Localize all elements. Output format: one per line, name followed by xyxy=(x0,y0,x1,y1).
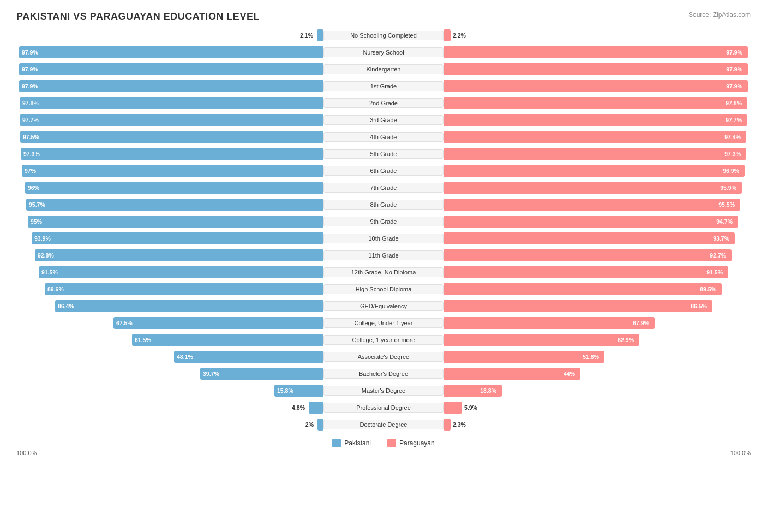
bar-row: 96%7th Grade95.9% xyxy=(16,180,751,195)
bar-left: 95.7% xyxy=(26,199,323,211)
bar-right: 62.9% xyxy=(444,334,639,346)
value-right: 92.7% xyxy=(710,252,729,259)
value-left: 86.4% xyxy=(55,303,74,309)
bar-right: 97.9% xyxy=(444,46,748,58)
bar-label: 7th Grade xyxy=(323,183,444,193)
value-left-outside: 4.8% xyxy=(292,404,307,411)
bar-row: 61.5%College, 1 year or more62.9% xyxy=(16,332,751,348)
chart-area: 2.1%No Schooling Completed2.2%97.9%Nurse… xyxy=(16,28,751,432)
bar-left: 93.9% xyxy=(32,232,323,244)
value-right: 97.9% xyxy=(726,66,745,73)
value-right: 94.7% xyxy=(716,218,735,225)
bar-right: 51.8% xyxy=(444,351,604,363)
value-right: 44% xyxy=(564,370,578,377)
bar-right: 67.9% xyxy=(444,317,655,329)
legend-box-paraguayan xyxy=(387,439,396,447)
bar-left: 97.9% xyxy=(19,46,323,58)
value-right: 95.9% xyxy=(720,184,739,191)
bar-row: 2%Doctorate Degree2.3% xyxy=(16,417,751,432)
bar-left: 48.1% xyxy=(174,351,323,363)
bar-right: 97.7% xyxy=(444,114,747,126)
bar-label: 12th Grade, No Diploma xyxy=(323,267,444,277)
bar-label: 11th Grade xyxy=(323,250,444,260)
bar-label: Bachelor's Degree xyxy=(323,369,444,379)
bar-label: College, 1 year or more xyxy=(323,335,444,345)
value-left: 61.5% xyxy=(132,337,151,343)
value-left: 67.5% xyxy=(113,320,133,326)
bar-row: 97%6th Grade96.9% xyxy=(16,163,751,178)
value-right: 67.9% xyxy=(633,320,652,326)
bar-label: 10th Grade xyxy=(323,234,444,243)
bar-label: High School Diploma xyxy=(323,284,444,294)
bar-label: 5th Grade xyxy=(323,149,444,159)
bar-label: 3rd Grade xyxy=(323,115,444,125)
bar-left: 97% xyxy=(22,165,323,177)
value-left: 39.7% xyxy=(200,370,219,377)
bar-right: 96.9% xyxy=(444,165,745,177)
bar-row: 67.5%College, Under 1 year67.9% xyxy=(16,315,751,331)
bar-label: GED/Equivalency xyxy=(323,301,444,311)
bar-left: 97.9% xyxy=(19,63,323,75)
bar-right: 92.7% xyxy=(444,249,732,261)
bar-row: 97.7%3rd Grade97.7% xyxy=(16,112,751,128)
value-left: 97.5% xyxy=(20,134,39,140)
value-left: 97.7% xyxy=(20,117,39,123)
value-left: 15.8% xyxy=(274,387,293,394)
bar-right: 18.8% xyxy=(444,385,502,397)
value-right: 97.8% xyxy=(726,100,745,106)
bottom-labels: 100.0% 100.0% xyxy=(16,450,751,456)
bar-label: Doctorate Degree xyxy=(323,420,444,429)
bar-left: 61.5% xyxy=(132,334,323,346)
bar-left: 97.5% xyxy=(20,131,323,143)
bar-right: 97.9% xyxy=(444,63,748,75)
value-right: 97.7% xyxy=(726,117,745,123)
bar-left: 86.4% xyxy=(55,300,323,312)
value-left-outside: 2% xyxy=(305,421,315,428)
bar-right: 97.8% xyxy=(444,97,747,109)
bar-label: 1st Grade xyxy=(323,81,444,91)
bar-row: 93.9%10th Grade93.7% xyxy=(16,231,751,246)
value-left: 97.9% xyxy=(19,83,38,89)
value-right: 97.9% xyxy=(726,83,745,89)
value-right: 89.5% xyxy=(700,286,719,292)
value-left: 96% xyxy=(25,184,39,191)
value-left: 48.1% xyxy=(174,354,193,360)
bar-row: 97.5%4th Grade97.4% xyxy=(16,129,751,145)
bar-row: 95.7%8th Grade95.5% xyxy=(16,197,751,212)
bar-right: 44% xyxy=(444,368,580,380)
bar-row: 4.8%Professional Degree5.9% xyxy=(16,400,751,415)
value-right: 97.3% xyxy=(724,151,744,157)
bar-right: 86.5% xyxy=(444,300,712,312)
legend-box-pakistani xyxy=(332,439,341,447)
value-right-outside: 2.2% xyxy=(453,32,466,39)
bar-left: 97.9% xyxy=(19,80,323,92)
bar-row: 89.6%High School Diploma89.5% xyxy=(16,282,751,297)
value-right: 97.9% xyxy=(726,49,745,56)
bar-row: 95%9th Grade94.7% xyxy=(16,214,751,229)
value-left: 92.8% xyxy=(35,252,54,259)
bar-row: 91.5%12th Grade, No Diploma91.5% xyxy=(16,265,751,280)
value-left: 97.3% xyxy=(21,151,40,157)
bar-right xyxy=(444,419,451,431)
value-right-outside: 2.3% xyxy=(453,421,466,428)
value-right: 62.9% xyxy=(618,337,637,343)
bar-left xyxy=(309,402,323,414)
bar-right: 97.9% xyxy=(444,80,748,92)
bar-right: 93.7% xyxy=(444,232,735,244)
value-left: 97.8% xyxy=(20,100,39,106)
value-left: 97% xyxy=(22,168,36,174)
bar-right: 89.5% xyxy=(444,283,722,295)
bar-row: 97.3%5th Grade97.3% xyxy=(16,146,751,162)
value-right: 91.5% xyxy=(706,269,726,276)
value-right: 96.9% xyxy=(723,168,742,174)
bar-left: 97.8% xyxy=(20,97,323,109)
value-right: 51.8% xyxy=(583,354,602,360)
bar-row: 97.9%Nursery School97.9% xyxy=(16,45,751,60)
bar-left: 95% xyxy=(28,216,323,228)
value-right-outside: 5.9% xyxy=(464,404,477,411)
source-text: Source: ZipAtlas.com xyxy=(688,11,751,19)
bar-label: Master's Degree xyxy=(323,386,444,396)
value-left: 97.9% xyxy=(19,49,38,56)
bar-row: 86.4%GED/Equivalency86.5% xyxy=(16,298,751,314)
value-left: 95.7% xyxy=(26,201,45,208)
